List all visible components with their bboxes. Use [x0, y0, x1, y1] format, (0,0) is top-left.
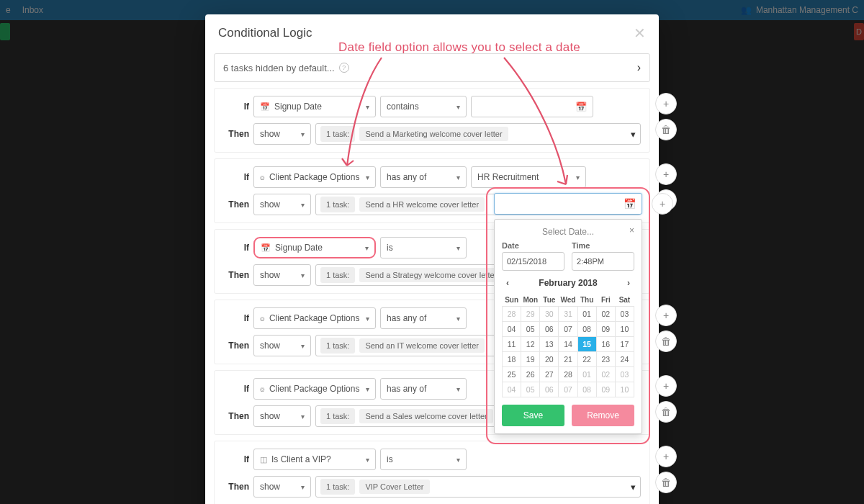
- calendar-day[interactable]: 01: [577, 367, 596, 382]
- prev-month-button[interactable]: ‹: [502, 276, 513, 289]
- task-name: Send a Marketing welcome cover letter: [359, 127, 508, 141]
- chevron-down-icon: ▾: [301, 413, 305, 420]
- calendar-day[interactable]: 15: [577, 337, 596, 352]
- calendar-day[interactable]: 23: [596, 352, 615, 367]
- calendar-day[interactable]: 10: [615, 322, 634, 337]
- date-text-input[interactable]: [502, 252, 564, 271]
- calendar-day[interactable]: 24: [615, 352, 634, 367]
- calendar-day[interactable]: 12: [521, 337, 540, 352]
- field-dropdown[interactable]: 📅Signup Date▾: [253, 237, 376, 258]
- chevron-down-icon: ▾: [456, 244, 460, 252]
- date-input[interactable]: 📅: [494, 193, 642, 215]
- calendar-day[interactable]: 28: [503, 307, 521, 322]
- task-name: VIP Cover Letter: [359, 480, 429, 494]
- calendar-day[interactable]: 20: [540, 352, 559, 367]
- calendar-day[interactable]: 04: [503, 322, 521, 337]
- value-dropdown[interactable]: HR Recruitment▾: [471, 166, 586, 188]
- operator-dropdown[interactable]: is▾: [380, 449, 467, 470]
- calendar-day[interactable]: 11: [503, 337, 521, 352]
- close-icon[interactable]: ✕: [634, 24, 646, 42]
- date-value-input[interactable]: 📅: [471, 96, 593, 117]
- tasks-dropdown[interactable]: 1 task:VIP Cover Letter▾: [315, 476, 641, 498]
- calendar-day[interactable]: 10: [615, 382, 634, 397]
- date-picker-popover: Select Date... × Date Time ‹ February 20…: [494, 219, 642, 434]
- action-dropdown[interactable]: show▾: [253, 264, 311, 286]
- calendar-day[interactable]: 02: [596, 367, 615, 382]
- chevron-down-icon: ▾: [456, 103, 460, 111]
- calendar-day[interactable]: 06: [540, 382, 559, 397]
- field-dropdown[interactable]: 📅Signup Date▾: [253, 96, 376, 117]
- dow-header: Tue: [540, 294, 559, 307]
- add-rule-button[interactable]: +: [655, 163, 677, 185]
- calendar-day[interactable]: 31: [559, 307, 577, 322]
- next-month-button[interactable]: ›: [623, 276, 634, 289]
- help-icon[interactable]: ?: [339, 63, 349, 73]
- calendar-day[interactable]: 07: [559, 382, 577, 397]
- time-text-input[interactable]: [572, 252, 634, 271]
- operator-text: is: [387, 243, 393, 253]
- calendar-day[interactable]: 03: [615, 367, 634, 382]
- task-count-chip: 1 task:: [320, 408, 355, 424]
- calendar-day[interactable]: 03: [615, 307, 634, 322]
- calendar-day[interactable]: 09: [596, 382, 615, 397]
- chevron-down-icon: ▾: [301, 483, 305, 491]
- calendar-day[interactable]: 05: [521, 382, 540, 397]
- operator-dropdown[interactable]: is▾: [380, 237, 467, 258]
- operator-dropdown[interactable]: has any of▾: [380, 307, 467, 329]
- calendar-day[interactable]: 16: [596, 337, 615, 352]
- delete-rule-button[interactable]: 🗑: [655, 330, 677, 352]
- calendar-day[interactable]: 08: [577, 382, 596, 397]
- add-rule-button[interactable]: +: [655, 305, 677, 326]
- operator-dropdown[interactable]: has any of▾: [380, 166, 467, 188]
- field-dropdown[interactable]: ⌾Client Package Options▾: [253, 166, 376, 188]
- calendar-day[interactable]: 21: [559, 352, 577, 367]
- picker-remove-button[interactable]: Remove: [572, 405, 634, 426]
- hidden-tasks-bar[interactable]: 6 tasks hidden by default... ? ›: [214, 53, 650, 82]
- calendar-day[interactable]: 05: [521, 322, 540, 337]
- calendar-day[interactable]: 30: [540, 307, 559, 322]
- add-rule-button[interactable]: +: [652, 193, 673, 215]
- calendar-day[interactable]: 25: [503, 367, 521, 382]
- calendar-day[interactable]: 02: [596, 307, 615, 322]
- delete-rule-button[interactable]: 🗑: [655, 119, 677, 140]
- picker-close-icon[interactable]: ×: [629, 225, 634, 235]
- then-label: Then: [217, 270, 249, 280]
- operator-dropdown[interactable]: has any of▾: [380, 378, 467, 400]
- delete-rule-button[interactable]: 🗑: [655, 472, 677, 493]
- field-type-icon: ⌾: [260, 173, 265, 181]
- field-type-icon: ⌾: [260, 384, 265, 393]
- calendar-day[interactable]: 27: [540, 367, 559, 382]
- calendar-day[interactable]: 26: [521, 367, 540, 382]
- field-dropdown[interactable]: ⌾Client Package Options▾: [253, 378, 376, 400]
- calendar-day[interactable]: 14: [559, 337, 577, 352]
- calendar-day[interactable]: 29: [521, 307, 540, 322]
- calendar-day[interactable]: 04: [503, 382, 521, 397]
- field-dropdown[interactable]: ⌾Client Package Options▾: [253, 307, 376, 329]
- action-dropdown[interactable]: show▾: [253, 194, 311, 215]
- operator-dropdown[interactable]: contains▾: [380, 96, 467, 117]
- calendar-day[interactable]: 17: [615, 337, 634, 352]
- calendar-day[interactable]: 08: [577, 322, 596, 337]
- picker-save-button[interactable]: Save: [502, 405, 564, 426]
- calendar-day[interactable]: 13: [540, 337, 559, 352]
- if-label: If: [217, 243, 249, 253]
- calendar-day[interactable]: 06: [540, 322, 559, 337]
- calendar-day[interactable]: 18: [503, 352, 521, 367]
- tasks-dropdown[interactable]: 1 task:Send a Marketing welcome cover le…: [315, 123, 641, 145]
- action-dropdown[interactable]: show▾: [253, 476, 311, 498]
- add-rule-button[interactable]: +: [655, 93, 677, 114]
- calendar-day[interactable]: 07: [559, 322, 577, 337]
- action-dropdown[interactable]: show▾: [253, 405, 311, 427]
- calendar-day[interactable]: 01: [577, 307, 596, 322]
- calendar-day[interactable]: 09: [596, 322, 615, 337]
- calendar-day[interactable]: 22: [577, 352, 596, 367]
- delete-rule-button[interactable]: 🗑: [655, 401, 677, 423]
- task-count-chip: 1 task:: [320, 338, 355, 354]
- add-rule-button[interactable]: +: [655, 446, 677, 467]
- calendar-day[interactable]: 28: [559, 367, 577, 382]
- action-dropdown[interactable]: show▾: [253, 123, 311, 145]
- action-dropdown[interactable]: show▾: [253, 335, 311, 356]
- add-rule-button[interactable]: +: [655, 375, 677, 397]
- calendar-day[interactable]: 19: [521, 352, 540, 367]
- field-dropdown[interactable]: ◫Is Client a VIP?▾: [253, 449, 376, 470]
